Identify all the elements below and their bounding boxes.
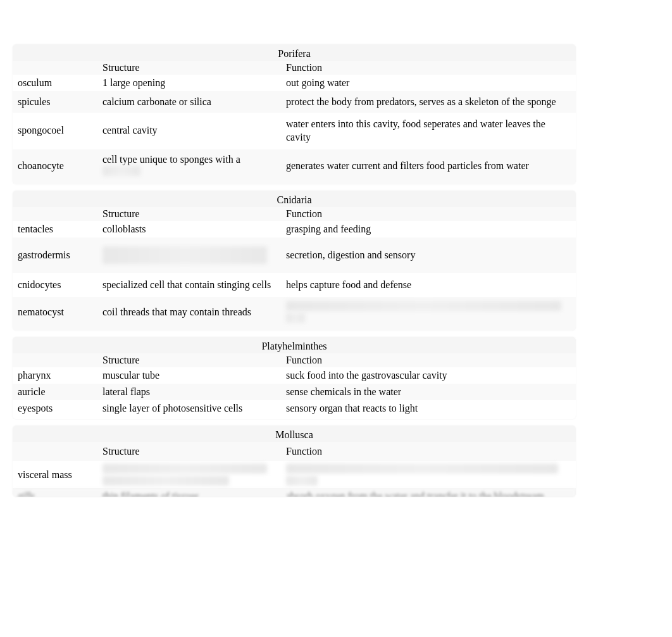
cell-structure: cell type unique to sponges with a xxxxx… — [101, 153, 285, 180]
section-title: Platyhelminthes — [13, 337, 576, 353]
header-row: Structure Function — [13, 353, 576, 367]
section-title: Mollusca — [13, 426, 576, 442]
cell-structure: central cavity — [101, 124, 285, 137]
header-function: Function — [285, 446, 576, 457]
cell-structure: xxxxxxxxxxxxxxxxxxxxxx — [101, 246, 285, 264]
cell-structure: calcium carbonate or silica — [101, 96, 285, 108]
cell-structure: single layer of photosensitive cells — [101, 403, 285, 414]
header-structure: Structure — [101, 62, 285, 73]
cell-function: secretion, digestion and sensory — [285, 249, 576, 261]
table-row: cnidocytes specialized cell that contain… — [13, 273, 576, 297]
cell-name: choanocyte — [13, 160, 101, 173]
cell-function: out going water — [285, 77, 576, 89]
table-row: gastrodermis xxxxxxxxxxxxxxxxxxxxxx secr… — [13, 237, 576, 273]
table-row: pharynx muscular tube suck food into the… — [13, 367, 576, 384]
blurred-content: xxxx — [103, 464, 267, 474]
cell-function: protect the body from predators, serves … — [285, 96, 576, 108]
table-row: spongocoel central cavity water enters i… — [13, 113, 576, 149]
blurred-content: xxxxxxxxxxxxxxxxxxxxxxxxx — [286, 301, 561, 311]
header-function: Function — [285, 355, 576, 366]
cell-name: auricle — [13, 386, 101, 398]
cell-structure: 1 large opening — [101, 77, 285, 89]
table-row: eyespots single layer of photosensitive … — [13, 400, 576, 419]
section-title: Porifera — [13, 44, 576, 61]
cell-function: helps capture food and defense — [285, 279, 576, 291]
header-row: Structure Function — [13, 61, 576, 75]
cell-name: visceral mass — [13, 469, 101, 481]
table-row: tentacles colloblasts grasping and feedi… — [13, 221, 576, 237]
cell-name: spicules — [13, 96, 101, 108]
cell-function: absorb oxygen from the water and transfe… — [285, 491, 576, 497]
blurred-content: xxxxxxx — [103, 166, 140, 176]
cell-structure: specialized cell that contain stinging c… — [101, 279, 285, 291]
blurred-content: xxxxxxxxxxxxxxxxxxxxxx — [103, 246, 267, 264]
cell-structure: muscular tube — [101, 370, 285, 381]
cell-structure: xxxx xxxx — [101, 464, 285, 486]
header-function: Function — [285, 208, 576, 220]
cell-function: xxxxxxxxxxxxxxxxxxxxxxxxx xxx — [285, 301, 576, 323]
section-title: Cnidaria — [13, 191, 576, 207]
blurred-content: xxx — [286, 313, 305, 323]
cell-name: osculum — [13, 77, 101, 89]
header-function: Function — [285, 62, 576, 73]
cell-name: nematocyst — [13, 306, 101, 318]
cell-structure: colloblasts — [101, 224, 285, 235]
cell-structure: thin filaments of tissues — [101, 491, 285, 497]
cell-name: tentacles — [13, 224, 101, 235]
section-cnidaria: Cnidaria Structure Function tentacles co… — [13, 191, 576, 331]
cell-name: gills — [13, 491, 101, 497]
cell-function: sense chemicals in the water — [285, 386, 576, 398]
header-structure: Structure — [101, 208, 285, 220]
table-row: nematocyst coil threads that may contain… — [13, 297, 576, 331]
cell-function: sensory organ that reacts to light — [285, 403, 576, 414]
cell-function: generates water current and filters food… — [285, 160, 576, 173]
table-row: osculum 1 large opening out going water — [13, 75, 576, 91]
header-row: Structure Function — [13, 207, 576, 221]
section-mollusca: Mollusca Structure Function visceral mas… — [13, 426, 576, 497]
blurred-content: xxxx — [103, 476, 229, 486]
blurred-content: xxxx — [286, 476, 318, 486]
header-row: Structure Function — [13, 442, 576, 461]
header-structure: Structure — [101, 355, 285, 366]
cell-function: grasping and feeding — [285, 224, 576, 235]
table-row: choanocyte cell type unique to sponges w… — [13, 149, 576, 185]
cell-function: suck food into the gastrovascular cavity — [285, 370, 576, 381]
table-row: spicules calcium carbonate or silica pro… — [13, 91, 576, 113]
blurred-content: xxxx — [286, 464, 558, 474]
section-platyhelminthes: Platyhelminthes Structure Function phary… — [13, 337, 576, 419]
cell-name: gastrodermis — [13, 249, 101, 261]
table-row: auricle lateral flaps sense chemicals in… — [13, 384, 576, 400]
cell-structure: coil threads that may contain threads — [101, 306, 285, 318]
table-row: gills thin filaments of tissues absorb o… — [13, 488, 576, 497]
cell-name: spongocoel — [13, 124, 101, 137]
cell-structure: lateral flaps — [101, 386, 285, 398]
cell-function: water enters into this cavity, food sepe… — [285, 118, 576, 144]
header-structure: Structure — [101, 446, 285, 457]
document-container: Porifera Structure Function osculum 1 la… — [13, 44, 576, 497]
cell-name: cnidocytes — [13, 279, 101, 291]
cell-name: eyespots — [13, 403, 101, 414]
table-row: visceral mass xxxx xxxx xxxx xxxx — [13, 461, 576, 488]
cell-name: pharynx — [13, 370, 101, 381]
cell-function: xxxx xxxx — [285, 464, 576, 486]
section-porifera: Porifera Structure Function osculum 1 la… — [13, 44, 576, 184]
